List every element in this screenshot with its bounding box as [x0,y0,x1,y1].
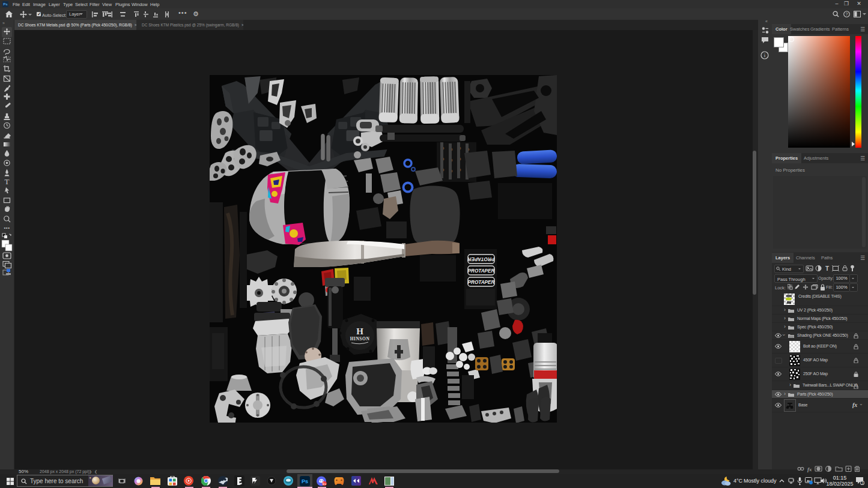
svg-text:T: T [5,177,10,186]
svg-text:HINSON: HINSON [350,336,370,342]
svg-text:H: H [356,327,363,336]
svg-text:?: ? [846,12,848,16]
svg-text:T: T [825,265,829,272]
svg-text:i: i [764,52,766,58]
svg-text:PROTAPER: PROTAPER [468,268,495,274]
svg-text:PROTAPER: PROTAPER [467,256,494,262]
svg-text:3: 3 [861,481,864,485]
svg-text:•••: ••• [4,225,10,230]
svg-text:Ps: Ps [302,478,308,484]
svg-text:PROTAPER: PROTAPER [468,280,495,285]
svg-text:9+: 9+ [323,482,327,486]
svg-text:fx: fx [807,466,812,472]
